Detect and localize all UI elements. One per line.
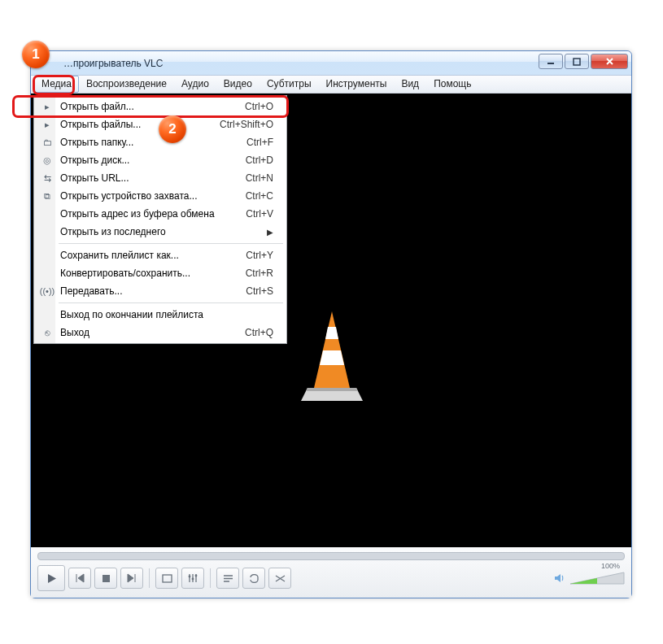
menu-item-shortcut: Ctrl+S bbox=[246, 285, 273, 297]
volume-control: 100% bbox=[553, 569, 625, 587]
menu-quit[interactable]: ⎋ Выход Ctrl+Q bbox=[36, 324, 285, 342]
titlebar[interactable]: …проигрыватель VLC bbox=[31, 51, 631, 76]
menu-save-playlist[interactable]: Сохранить плейлист как... Ctrl+Y bbox=[36, 246, 285, 264]
menubar: Медиа Воспроизведение Аудио Видео Субтит… bbox=[31, 76, 631, 94]
random-button[interactable] bbox=[268, 568, 291, 589]
menu-separator bbox=[59, 243, 283, 244]
menu-item-label: Выход bbox=[60, 327, 89, 338]
svg-rect-2 bbox=[103, 575, 110, 582]
control-row: 100% bbox=[37, 565, 625, 591]
volume-slider[interactable] bbox=[569, 569, 625, 587]
separator bbox=[149, 568, 150, 588]
play-file-icon: ▸ bbox=[39, 120, 55, 130]
menu-audio[interactable]: Аудио bbox=[174, 76, 216, 93]
close-button[interactable] bbox=[591, 54, 628, 69]
skip-back-icon bbox=[75, 573, 85, 583]
prev-button[interactable] bbox=[68, 568, 91, 589]
separator bbox=[210, 568, 211, 588]
disc-icon: ◎ bbox=[39, 155, 55, 166]
menu-item-shortcut: Ctrl+D bbox=[246, 154, 273, 166]
skip-forward-icon bbox=[127, 573, 137, 583]
svg-rect-1 bbox=[574, 59, 580, 65]
menu-item-label: Открыть URL... bbox=[60, 172, 129, 184]
seek-slider[interactable] bbox=[37, 552, 625, 560]
menu-item-label: Выход по окончании плейлиста bbox=[60, 309, 203, 320]
svg-rect-0 bbox=[547, 63, 554, 64]
menu-item-shortcut: Ctrl+N bbox=[246, 172, 273, 184]
fullscreen-button[interactable] bbox=[155, 568, 178, 589]
minimize-button[interactable] bbox=[539, 54, 563, 69]
media-dropdown-menu: ▸ Открыть файл... Ctrl+O ▸ Открыть файлы… bbox=[33, 95, 287, 344]
menu-item-label: Передавать... bbox=[60, 285, 122, 297]
menu-item-shortcut: Ctrl+F bbox=[246, 137, 273, 148]
maximize-icon bbox=[573, 58, 581, 66]
menu-item-label: Открыть файл... bbox=[60, 101, 134, 112]
svg-point-6 bbox=[194, 575, 197, 577]
menu-open-url[interactable]: ⇆ Открыть URL... Ctrl+N bbox=[36, 169, 285, 187]
menu-item-label: Открыть папку... bbox=[60, 137, 133, 148]
menu-open-recent[interactable]: Открыть из последнего ▶ bbox=[36, 223, 285, 241]
play-file-icon: ▸ bbox=[39, 102, 55, 112]
stop-button[interactable] bbox=[94, 568, 117, 589]
menu-item-label: Открыть адрес из буфера обмена bbox=[60, 208, 215, 220]
menu-item-label: Открыть из последнего bbox=[60, 226, 166, 237]
menu-item-label: Конвертировать/сохранить... bbox=[60, 268, 190, 279]
menu-quit-after-playlist[interactable]: Выход по окончании плейлиста bbox=[36, 306, 285, 324]
menu-item-label: Открыть устройство захвата... bbox=[60, 190, 197, 202]
menu-view[interactable]: Вид bbox=[394, 76, 426, 93]
capture-icon: ⧉ bbox=[39, 191, 55, 202]
ext-settings-button[interactable] bbox=[181, 568, 204, 589]
menu-item-label: Сохранить плейлист как... bbox=[60, 250, 179, 261]
menu-open-capture[interactable]: ⧉ Открыть устройство захвата... Ctrl+C bbox=[36, 187, 285, 205]
speaker-icon[interactable] bbox=[553, 572, 566, 585]
play-icon bbox=[46, 573, 57, 584]
controls-bar: 100% bbox=[31, 547, 631, 598]
loop-button[interactable] bbox=[242, 568, 265, 589]
menu-open-folder[interactable]: 🗀 Открыть папку... Ctrl+F bbox=[36, 133, 285, 151]
menu-open-files[interactable]: ▸ Открыть файлы... Ctrl+Shift+O bbox=[36, 115, 285, 133]
menu-item-shortcut: Ctrl+Y bbox=[246, 250, 273, 261]
stop-icon bbox=[102, 574, 111, 583]
next-button[interactable] bbox=[120, 568, 143, 589]
menu-separator bbox=[59, 302, 283, 303]
vlc-cone-icon bbox=[296, 310, 368, 404]
svg-rect-3 bbox=[163, 575, 172, 582]
network-icon: ⇆ bbox=[39, 173, 55, 184]
menu-playback[interactable]: Воспроизведение bbox=[79, 76, 174, 93]
menu-open-file[interactable]: ▸ Открыть файл... Ctrl+O bbox=[36, 98, 285, 115]
minimize-icon bbox=[547, 58, 555, 66]
menu-item-shortcut: Ctrl+C bbox=[246, 190, 273, 202]
svg-point-4 bbox=[188, 576, 190, 578]
menu-subtitles[interactable]: Субтитры bbox=[260, 76, 319, 93]
shuffle-icon bbox=[275, 574, 286, 583]
quit-icon: ⎋ bbox=[39, 328, 55, 337]
window-buttons bbox=[539, 54, 628, 69]
menu-item-shortcut: Ctrl+Q bbox=[245, 327, 273, 338]
menu-item-shortcut: Ctrl+V bbox=[246, 208, 273, 220]
menu-item-shortcut: Ctrl+O bbox=[245, 101, 273, 112]
stream-icon: ((•)) bbox=[39, 286, 55, 296]
menu-item-label: Открыть файлы... bbox=[60, 119, 141, 130]
svg-point-5 bbox=[191, 578, 194, 581]
menu-item-shortcut: Ctrl+R bbox=[246, 268, 273, 279]
menu-tools[interactable]: Инструменты bbox=[319, 76, 395, 93]
fullscreen-icon bbox=[162, 574, 172, 583]
equalizer-icon bbox=[188, 573, 198, 583]
window-title: …проигрыватель VLC bbox=[63, 58, 163, 69]
maximize-button[interactable] bbox=[565, 54, 589, 69]
menu-convert-save[interactable]: Конвертировать/сохранить... Ctrl+R bbox=[36, 264, 285, 282]
menu-help[interactable]: Помощь bbox=[426, 76, 478, 93]
playlist-icon bbox=[223, 574, 233, 583]
playlist-button[interactable] bbox=[216, 568, 239, 589]
menu-video[interactable]: Видео bbox=[216, 76, 260, 93]
menu-media[interactable]: Медиа bbox=[34, 76, 79, 93]
submenu-arrow-icon: ▶ bbox=[267, 228, 273, 237]
play-button[interactable] bbox=[37, 565, 65, 591]
menu-open-clipboard[interactable]: Открыть адрес из буфера обмена Ctrl+V bbox=[36, 205, 285, 223]
folder-icon: 🗀 bbox=[39, 137, 55, 147]
menu-stream[interactable]: ((•)) Передавать... Ctrl+S bbox=[36, 282, 285, 300]
loop-icon bbox=[249, 574, 260, 583]
menu-item-shortcut: Ctrl+Shift+O bbox=[220, 119, 273, 130]
close-icon bbox=[605, 57, 614, 66]
menu-open-disc[interactable]: ◎ Открыть диск... Ctrl+D bbox=[36, 151, 285, 169]
